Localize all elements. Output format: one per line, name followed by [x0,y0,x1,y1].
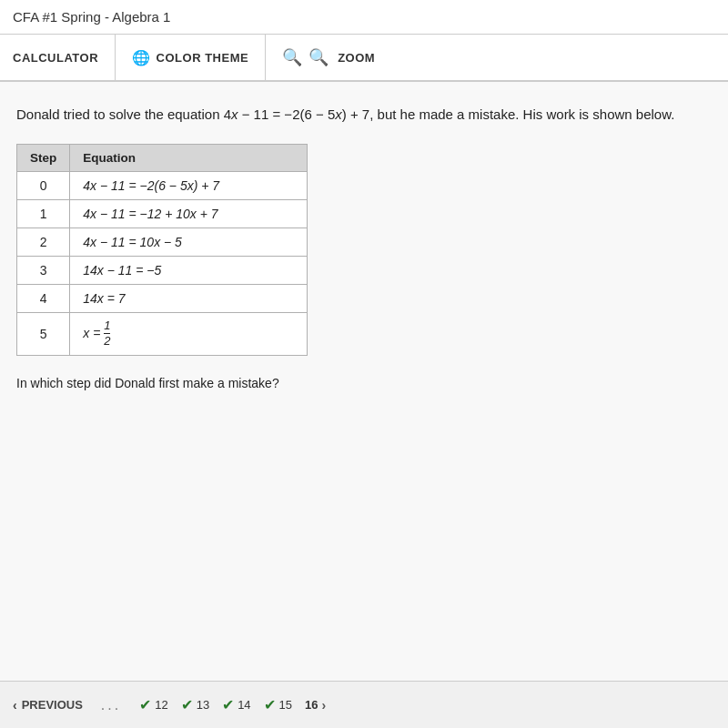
step-number: 4 [17,285,70,313]
calculator-button[interactable]: CALCULATOR [13,35,116,80]
title-text: CFA #1 Spring - Algebra 1 [13,9,170,25]
sub-question-text: In which step did Donald first make a mi… [16,376,712,390]
step-number: 1 [17,200,70,228]
previous-label: PREVIOUS [22,698,83,712]
toolbar: CALCULATOR 🌐 COLOR THEME 🔍 🔍 ZOOM [0,35,728,82]
page-item-14[interactable]: ✔ 14 [222,696,250,713]
zoom-out-icon[interactable]: 🔍 [282,47,303,67]
main-content: Donald tried to solve the equation 4x − … [0,82,728,681]
table-row: 5 x = 12 [17,313,308,356]
table-row: 1 4x − 11 = −12 + 10x + 7 [17,200,308,228]
col-header-step: Step [17,145,70,172]
step-number: 5 [17,313,70,356]
page-item-13[interactable]: ✔ 13 [181,696,209,713]
step-number: 2 [17,228,70,257]
table-row: 2 4x − 11 = 10x − 5 [17,228,308,257]
step-equation: 14x − 11 = −5 [70,257,308,285]
col-header-equation: Equation [70,145,308,172]
checkmark-icon: ✔ [264,696,276,713]
previous-button[interactable]: ‹ PREVIOUS [13,698,83,713]
steps-table: Step Equation 0 4x − 11 = −2(6 − 5x) + 7… [16,144,308,356]
page-item-15[interactable]: ✔ 15 [264,696,292,713]
step-equation: 4x − 11 = 10x − 5 [70,228,308,257]
page-number: 13 [197,698,209,712]
step-equation: 4x − 11 = −2(6 − 5x) + 7 [70,172,308,200]
title-bar: CFA #1 Spring - Algebra 1 [0,0,728,35]
color-theme-label: COLOR THEME [157,51,249,65]
question-text: Donald tried to solve the equation 4x − … [16,104,712,126]
zoom-controls: 🔍 🔍 ZOOM [266,35,391,80]
chevron-left-icon: ‹ [13,698,17,713]
page-number: 12 [155,698,167,712]
bottom-nav: ‹ PREVIOUS ... ✔ 12 ✔ 13 ✔ 14 ✔ 15 16 › [0,681,728,728]
page-number: 15 [279,698,292,712]
page-item-12[interactable]: ✔ 12 [139,696,167,713]
zoom-in-icon[interactable]: 🔍 [308,47,329,67]
checkmark-icon: ✔ [222,696,234,713]
chevron-right-icon: › [322,698,327,713]
step-equation: 4x − 11 = −12 + 10x + 7 [70,200,308,228]
step-number: 0 [17,172,70,200]
color-theme-icon: 🌐 [132,49,151,66]
color-theme-button[interactable]: 🌐 COLOR THEME [116,35,266,80]
fraction: 12 [104,319,110,349]
checkmark-icon: ✔ [181,696,193,713]
table-row: 4 14x = 7 [17,285,308,313]
dots: ... [101,697,121,713]
page-number: 16 [305,698,318,712]
table-row: 0 4x − 11 = −2(6 − 5x) + 7 [17,172,308,200]
page-number: 14 [238,698,250,712]
zoom-label: ZOOM [338,51,375,65]
checkmark-icon: ✔ [139,696,151,713]
step-number: 3 [17,257,70,285]
step-equation: x = 12 [70,313,308,356]
step-equation: 14x = 7 [70,285,308,313]
page-item-16[interactable]: 16 › [305,698,326,713]
calculator-label: CALCULATOR [13,51,98,65]
table-row: 3 14x − 11 = −5 [17,257,308,285]
